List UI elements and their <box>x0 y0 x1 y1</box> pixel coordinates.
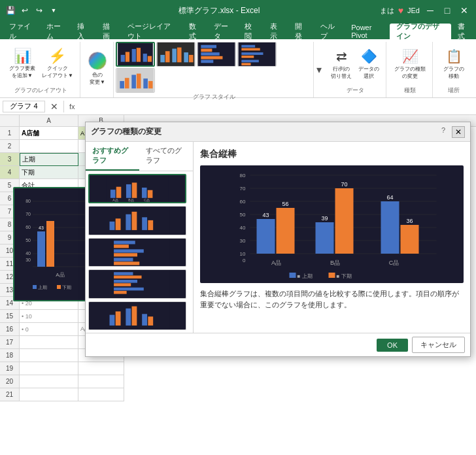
tab-help[interactable]: ヘルプ <box>314 24 345 39</box>
svg-rect-76 <box>114 253 137 256</box>
svg-rect-31 <box>137 74 141 89</box>
chart-type-clustered-bar[interactable]: A品 B品 C品 <box>88 174 186 203</box>
svg-text:A品: A品 <box>112 198 118 202</box>
tab-formula[interactable]: 数式 <box>182 24 207 39</box>
save-icon[interactable]: 💾 <box>5 5 16 16</box>
dialog-overlay: グラフの種類の変更 ? ✕ おすすめグラフ すべてのグラフ <box>0 115 476 455</box>
svg-rect-85 <box>114 291 127 294</box>
tab-recommended[interactable]: おすすめグラフ <box>86 142 139 171</box>
change-color-button[interactable]: 色の変更▼ <box>86 50 109 87</box>
svg-rect-68 <box>126 214 131 230</box>
quick-access-toolbar: 💾 ↩ ↪ ▼ <box>5 5 59 16</box>
color-buttons: 色の変更▼ <box>86 42 109 95</box>
maximize-btn[interactable]: □ <box>441 4 454 17</box>
svg-rect-4 <box>137 48 141 61</box>
chart-type-horizontal[interactable] <box>88 238 186 267</box>
move-chart-button[interactable]: 📋 グラフの移動 <box>441 47 467 81</box>
chart-style-3[interactable] <box>197 42 236 67</box>
svg-rect-75 <box>114 249 144 252</box>
chart-type-dialog: グラフの種類の変更 ? ✕ おすすめグラフ すべてのグラフ <box>85 122 471 357</box>
add-chart-icon: 📊 <box>14 49 31 63</box>
svg-rect-87 <box>110 314 115 325</box>
switch-icon: ⇄ <box>336 48 347 64</box>
svg-rect-61 <box>148 190 153 198</box>
dialog-content: おすすめグラフ すべてのグラフ <box>86 142 470 333</box>
svg-rect-21 <box>242 45 256 48</box>
svg-rect-83 <box>114 283 131 286</box>
add-chart-element-button[interactable]: 📊 グラフ要素を追加▼ <box>7 48 38 80</box>
user-area: まは ♥ JEd ─ □ ✕ <box>380 4 471 17</box>
svg-text:50: 50 <box>240 212 246 218</box>
ok-button[interactable]: OK <box>377 339 408 352</box>
svg-rect-8 <box>161 55 165 62</box>
ribbon-group-color: 色の変更▼ <box>82 42 114 97</box>
chart-style-5[interactable] <box>116 68 155 93</box>
tab-insert[interactable]: 挿入 <box>71 24 95 39</box>
layout-group-label: グラフのレイアウト <box>14 86 67 96</box>
move-chart-icon: 📋 <box>446 48 462 64</box>
redo-icon[interactable]: ↪ <box>34 5 44 16</box>
svg-text:30: 30 <box>240 238 246 244</box>
customize-icon[interactable]: ▼ <box>48 5 59 16</box>
svg-rect-23 <box>242 52 264 55</box>
tab-review[interactable]: 校閲 <box>238 24 263 39</box>
formula-close-btn[interactable]: ✕ <box>48 101 61 112</box>
color-circle-icon <box>88 52 107 70</box>
svg-rect-57 <box>116 187 122 198</box>
svg-rect-118 <box>401 225 419 254</box>
tab-home[interactable]: ホーム <box>40 24 71 39</box>
svg-rect-1 <box>121 55 125 62</box>
main-area: A B 1 2 3 4 5 6 7 8 9 10 11 12 13 14 15 … <box>0 115 476 455</box>
style-scroll-btn[interactable]: ▾ <box>315 42 323 97</box>
cancel-button[interactable]: キャンセル <box>412 337 465 353</box>
change-chart-type-button[interactable]: 📈 グラフの種類の変更 <box>392 47 428 81</box>
chart-preview-title: 集合縦棒 <box>200 148 464 160</box>
undo-icon[interactable]: ↩ <box>20 5 30 16</box>
dialog-footer: OK キャンセル <box>86 333 470 356</box>
tab-format[interactable]: 書式 <box>451 24 476 39</box>
tab-draw[interactable]: 描画 <box>96 24 121 39</box>
svg-rect-110 <box>277 208 295 254</box>
tab-file[interactable]: ファイル <box>3 24 40 39</box>
tab-chart-design[interactable]: グラフのデザイン <box>390 24 450 39</box>
chart-style-4[interactable] <box>237 42 277 67</box>
svg-rect-71 <box>148 220 153 230</box>
svg-rect-28 <box>120 81 125 88</box>
svg-text:0: 0 <box>243 258 246 263</box>
formula-bar: ✕ fx <box>0 98 476 115</box>
tab-powerpivot[interactable]: Power Pivot <box>345 24 390 39</box>
chart-type-5[interactable] <box>88 301 186 330</box>
ribbon-tab-bar: ファイル ホーム 挿入 描画 ページレイアウト 数式 データ 校閲 表示 開発 … <box>0 21 476 39</box>
quick-layout-icon: ⚡ <box>48 49 66 63</box>
tab-pagelayout[interactable]: ページレイアウト <box>121 24 182 39</box>
svg-rect-24 <box>242 56 254 58</box>
svg-rect-33 <box>148 81 153 88</box>
close-btn[interactable]: ✕ <box>458 4 471 17</box>
dialog-help-btn[interactable]: ? <box>437 126 449 138</box>
svg-rect-32 <box>144 78 148 88</box>
select-data-button[interactable]: 🔷 データの選択 <box>356 47 382 81</box>
chart-type-2[interactable] <box>88 206 186 235</box>
svg-rect-126 <box>329 273 335 278</box>
quick-layout-button[interactable]: ⚡ クイックレイアウト▼ <box>39 48 76 80</box>
location-group-label: 場所 <box>448 86 460 96</box>
tab-view[interactable]: 表示 <box>264 24 288 39</box>
svg-rect-89 <box>126 308 131 325</box>
tab-data[interactable]: データ <box>207 24 239 39</box>
dialog-close-btn[interactable]: ✕ <box>452 126 465 138</box>
chart-style-2[interactable] <box>156 42 196 67</box>
svg-rect-25 <box>242 60 260 63</box>
svg-rect-18 <box>201 56 223 59</box>
search-placeholder: まは <box>380 6 394 16</box>
svg-text:C品: C品 <box>144 198 150 202</box>
svg-rect-15 <box>201 45 217 48</box>
tab-all[interactable]: すべてのグラフ <box>139 142 193 171</box>
name-box[interactable] <box>3 101 45 112</box>
tab-dev[interactable]: 開発 <box>288 24 313 39</box>
switch-row-col-button[interactable]: ⇄ 行/列の切り替え <box>328 47 354 81</box>
dialog-right-panel: 集合縦棒 <box>194 142 470 333</box>
svg-rect-77 <box>114 258 133 261</box>
minimize-btn[interactable]: ─ <box>424 4 437 17</box>
chart-type-horizontal-2[interactable] <box>88 269 186 298</box>
chart-style-1[interactable] <box>116 42 155 67</box>
